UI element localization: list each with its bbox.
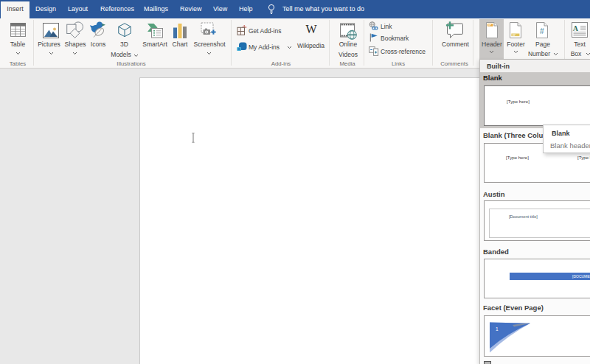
svg-text:#: #: [540, 27, 544, 35]
svg-text:1: 1: [496, 326, 499, 332]
svg-text:A: A: [573, 24, 579, 32]
